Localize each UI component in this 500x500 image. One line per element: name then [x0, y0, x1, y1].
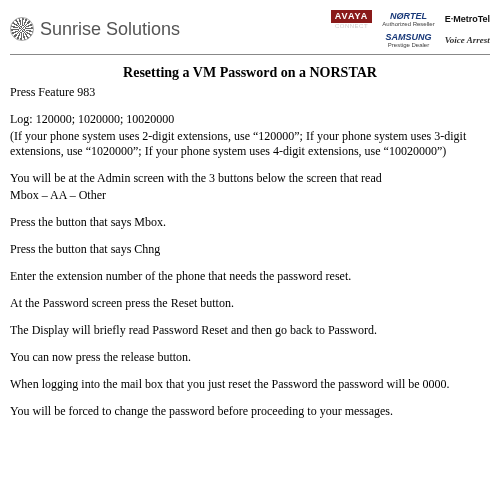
brand-text: Sunrise Solutions — [40, 19, 180, 40]
partner-nortel-sub: Authorized Reseller — [382, 21, 434, 27]
step-change-pw: You will be forced to change the passwor… — [10, 404, 490, 419]
partner-avaya-main: AVAYA — [331, 10, 373, 23]
page-header: Sunrise Solutions AVAYA CONNECT NØRTEL A… — [10, 10, 490, 55]
partner-samsung: SAMSUNG Prestige Dealer — [382, 33, 434, 48]
step-admin-buttons: Mbox – AA – Other — [10, 188, 490, 203]
step-extension: Enter the extension number of the phone … — [10, 269, 490, 284]
page-title: Resetting a VM Password on a NORSTAR — [10, 65, 490, 81]
step-chng: Press the button that says Chng — [10, 242, 490, 257]
partner-emetrotel: E·MetroTel — [445, 15, 490, 24]
instructions-body: Press Feature 983 Log: 120000; 1020000; … — [10, 85, 490, 419]
step-default-pw: When logging into the mail box that you … — [10, 377, 490, 392]
partner-avaya: AVAYA CONNECT — [331, 10, 373, 29]
partner-voicearrest-main: Voice Arrest — [445, 36, 490, 45]
step-log-codes: Log: 120000; 1020000; 10020000 — [10, 112, 490, 127]
step-feature: Press Feature 983 — [10, 85, 490, 100]
step-display: The Display will briefly read Password R… — [10, 323, 490, 338]
partner-voicearrest: Voice Arrest — [445, 36, 490, 45]
partner-nortel-main: NØRTEL — [382, 12, 434, 21]
partner-avaya-sub: CONNECT — [331, 23, 373, 29]
step-mbox: Press the button that says Mbox. — [10, 215, 490, 230]
partner-nortel: NØRTEL Authorized Reseller — [382, 12, 434, 27]
step-log-explain: (If your phone system uses 2-digit exten… — [10, 129, 490, 159]
sunburst-icon — [10, 17, 34, 41]
partner-emetrotel-main: E·MetroTel — [445, 15, 490, 24]
step-release: You can now press the release button. — [10, 350, 490, 365]
step-reset: At the Password screen press the Reset b… — [10, 296, 490, 311]
step-admin-screen: You will be at the Admin screen with the… — [10, 171, 490, 186]
partner-logos: AVAYA CONNECT NØRTEL Authorized Reseller… — [331, 10, 490, 48]
brand-logo: Sunrise Solutions — [10, 17, 180, 41]
partner-samsung-sub: Prestige Dealer — [382, 42, 434, 48]
partner-samsung-main: SAMSUNG — [382, 33, 434, 42]
